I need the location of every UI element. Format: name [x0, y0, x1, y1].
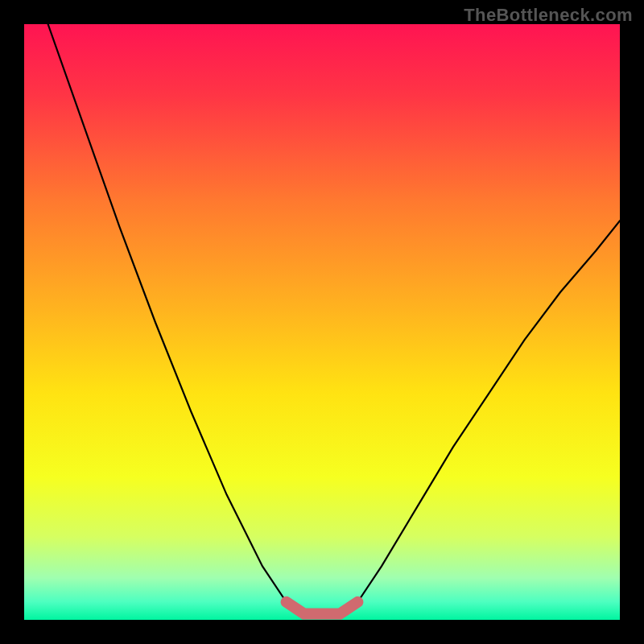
bottleneck-chart: [24, 24, 620, 620]
chart-background: [24, 24, 620, 620]
chart-frame: [24, 24, 620, 620]
watermark-text: TheBottleneck.com: [464, 5, 633, 26]
